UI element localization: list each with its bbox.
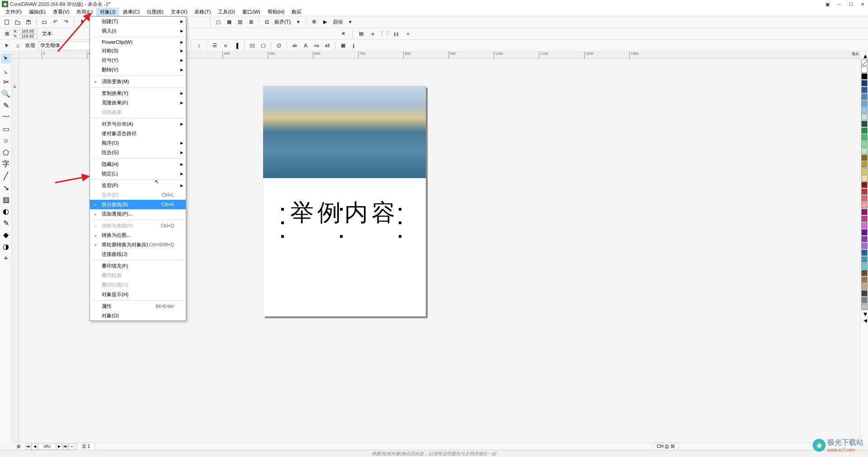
sample-text-object[interactable]: 举例内容 [290,197,399,229]
menu-item-e[interactable]: 将轮廓转换为对象(E)▫Ctrl+Shift+Q [90,240,186,250]
document-page[interactable]: 举例内容 [263,86,426,316]
color-swatch[interactable] [861,94,868,100]
color-swatch[interactable] [861,290,868,297]
menu-item-[interactable]: 使对象适合路径 [90,129,186,138]
color-swatch[interactable] [861,209,868,215]
no-color-swatch[interactable] [861,59,868,66]
bullet-list-icon[interactable]: ☰ [210,41,220,51]
menu-item-y[interactable]: 复制效果(Y)▶ [90,89,186,98]
shape-tool[interactable]: ◟ [1,65,11,75]
align-distribute-icon[interactable]: ≡ [368,29,378,39]
menu-window[interactable]: 窗口(W) [239,8,264,16]
menu-item-f[interactable]: 叠印填充(F) [90,261,186,271]
freehand-tool[interactable]: ✎ [1,100,11,110]
color-swatch[interactable] [861,148,868,154]
menu-item-o[interactable]: 对象(O) [90,311,186,320]
selection-handle[interactable] [399,235,401,238]
color-swatch[interactable] [861,100,868,107]
menu-item-m[interactable]: 清除变换(M)▫ [90,77,186,86]
ligature-icon[interactable]: ɛƐ [322,41,332,51]
color-swatch[interactable] [861,283,868,290]
guides-settings-icon[interactable]: ⫿⫿ [392,29,401,39]
landscape-image[interactable] [263,86,426,178]
menu-item-v[interactable]: 翻转(V)▶ [90,65,186,75]
menu-item-h[interactable]: 隐藏(H)▶ [90,160,186,169]
new-button[interactable] [2,17,12,27]
guides-button[interactable]: ▥ [235,17,245,27]
color-swatch[interactable] [861,73,868,80]
launch-icon[interactable]: ▶ [320,17,330,27]
color-swatch[interactable] [861,87,868,93]
text-tool[interactable]: 字 [1,159,11,169]
drop-shadow-tool[interactable]: ▨ [1,194,11,204]
menu-item-j[interactable]: 连接曲线(J) [90,250,186,259]
color-swatch[interactable] [861,168,868,174]
menu-item-o[interactable]: 顺序(O)▶ [90,138,186,148]
color-swatch[interactable] [861,229,868,236]
menu-item-powerclipw[interactable]: PowerClip(W)▶ [90,38,186,46]
menu-tools[interactable]: 工具(O) [214,8,239,16]
menu-item-a[interactable]: 对齐与分布(A)▶ [90,119,186,129]
color-swatch[interactable] [861,80,868,86]
menu-item-b[interactable]: 拆分曲线(B)▫Ctrl+K [90,200,186,209]
color-swatch[interactable] [861,270,868,276]
transparency-tool[interactable]: ◐ [1,206,11,216]
add-page-button[interactable]: ＋ [69,443,75,450]
snap-arrow[interactable]: ▾ [293,17,303,27]
color-swatch[interactable] [861,250,868,256]
add-tool[interactable]: ＋ [1,253,11,263]
color-swatch[interactable] [861,66,868,73]
language-indicator[interactable]: CH 边 简 [653,443,679,451]
color-swatch[interactable] [861,175,868,181]
crop-tool[interactable]: ✂ [1,77,11,87]
small-caps-icon[interactable]: Aa [311,41,321,51]
menu-text[interactable]: 文本(X) [167,8,191,16]
menu-item-f[interactable]: 克隆效果(F)▶ [90,98,186,108]
indent-icon[interactable]: ▐ [231,41,241,51]
color-swatch[interactable] [861,277,868,283]
welcome-tab[interactable]: 欢迎 [24,42,37,49]
page-number-display[interactable]: 1 的 1 [38,443,56,450]
numbered-list-icon[interactable]: ≡ [221,41,231,51]
print-button[interactable] [39,17,49,27]
color-swatch[interactable] [861,188,868,195]
connector-tool[interactable]: ↘ [1,183,11,193]
selection-handle[interactable] [399,208,401,211]
open-button[interactable] [13,17,23,27]
circle-o-icon[interactable]: O [274,41,284,51]
close-doc-icon[interactable]: ✕ [339,29,349,39]
menu-edit[interactable]: 编辑(E) [25,8,49,16]
window-extra-icon[interactable]: ▣ [824,1,831,7]
drop-cap-icon[interactable]: A [301,41,311,51]
color-swatch[interactable] [861,256,868,263]
smart-fill-tool[interactable]: ◑ [1,241,11,251]
menu-item-h[interactable]: 对象提示(H) [90,290,186,299]
home-icon[interactable]: ⌂ [13,41,23,51]
color-swatch[interactable] [861,243,868,249]
color-swatch[interactable] [861,161,868,168]
zoom-tool[interactable]: 🔍 [1,89,11,99]
snap-dropdown[interactable]: 贴齐(T) [273,19,292,25]
text-direction-icon[interactable]: ▦ [338,41,348,51]
artistic-media-tool[interactable]: 〰 [1,112,11,122]
menu-item-s[interactable]: 对称(S)▶ [90,46,186,56]
next-page-button[interactable]: ▶ [56,443,62,450]
menu-item-l[interactable]: 锁定(L)▶ [90,169,186,179]
ab-icon[interactable]: ab [290,41,300,51]
close-button[interactable]: ✕ [859,1,866,7]
text-orientation-icon[interactable]: ↕ [194,41,204,51]
menu-table[interactable]: 表格(T) [191,8,214,16]
color-swatch[interactable] [861,107,868,113]
polygon-tool[interactable]: ⬠ [1,147,11,157]
launch-arrow[interactable]: ▾ [345,17,355,27]
vertical-ruler[interactable]: 0 [12,59,19,443]
save-button[interactable] [24,17,33,27]
menu-bitmap[interactable]: 位图(B) [143,8,167,16]
color-swatch[interactable] [861,216,868,222]
menu-item-i[interactable]: 插入(I)▶ [90,26,186,36]
x-coord-input[interactable] [19,29,38,34]
color-swatch[interactable] [861,195,868,202]
color-swatch[interactable] [861,155,868,161]
color-swatch[interactable] [861,202,868,208]
spacing-icon[interactable]: ⋮⋮ [380,29,390,39]
